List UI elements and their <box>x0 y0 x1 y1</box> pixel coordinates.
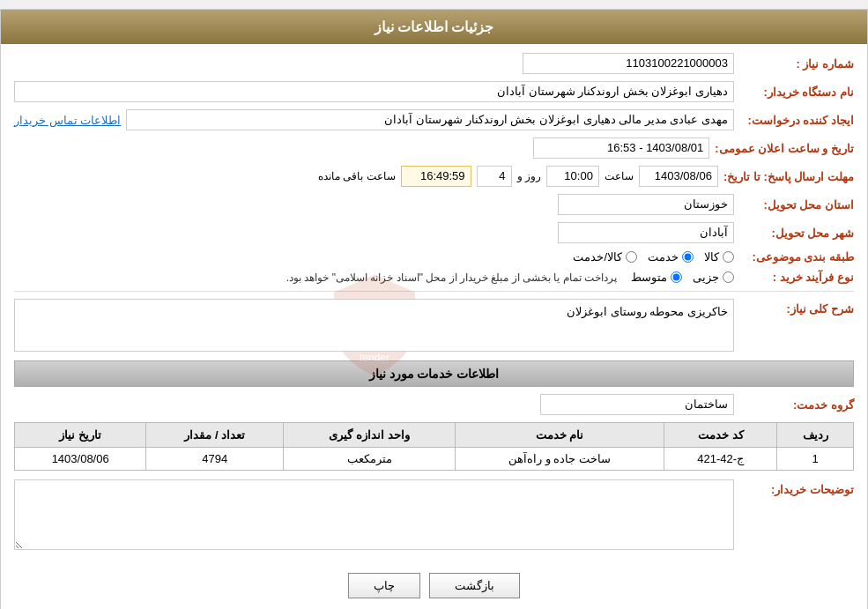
cell-quantity: 4794 <box>146 448 284 471</box>
description-section: ana tender خاکریزی محوطه روستای ابوغزلان <box>14 299 734 352</box>
buyer-org-label: نام دستگاه خریدار: <box>739 85 854 99</box>
province-label: استان محل تحویل: <box>739 198 854 212</box>
city-value: آبادان <box>558 222 734 243</box>
deadline-remaining-label: ساعت باقی مانده <box>318 170 396 182</box>
description-value: خاکریزی محوطه روستای ابوغزلان <box>14 299 734 352</box>
category-row: طبقه بندی موضوعی: کالا خدمت کالا/خدمت <box>14 250 854 264</box>
need-number-label: شماره نیاز : <box>739 57 854 71</box>
purchase-type-radio-jozi[interactable] <box>723 271 734 283</box>
city-row: شهر محل تحویل: آبادان <box>14 222 854 243</box>
purchase-type-label: نوع فرآیند خرید : <box>739 271 854 284</box>
content-area: شماره نیاز : 1103100221000003 نام دستگاه… <box>1 44 867 609</box>
page-wrapper: جزئیات اطلاعات نیاز شماره نیاز : 1103100… <box>0 9 868 609</box>
category-option-kala-khedmat: کالا/خدمت <box>573 250 637 264</box>
back-button[interactable]: بازگشت <box>429 573 520 598</box>
category-radio-kala-khedmat[interactable] <box>626 251 637 263</box>
services-table: ردیف کد خدمت نام خدمت واحد اندازه گیری ت… <box>14 422 854 471</box>
description-row: شرح کلی نیاز: ana tender خاکریزی محوطه ر… <box>14 299 854 352</box>
category-label: طبقه بندی موضوعی: <box>739 250 854 264</box>
deadline-days: 4 <box>477 166 512 187</box>
need-number-row: شماره نیاز : 1103100221000003 <box>14 53 854 74</box>
service-group-value: ساختمان <box>540 394 734 415</box>
city-label: شهر محل تحویل: <box>739 227 854 240</box>
cell-code: ج-42-421 <box>664 448 777 471</box>
announce-date-label: تاریخ و ساعت اعلان عمومی: <box>715 142 854 155</box>
category-option-khedmat: خدمت <box>648 250 694 264</box>
col-row-num: ردیف <box>777 423 854 448</box>
service-group-row: گروه خدمت: ساختمان <box>14 394 854 415</box>
purchase-type-options: جزیی متوسط <box>631 271 734 284</box>
contact-link[interactable]: اطلاعات تماس خریدار <box>14 114 121 127</box>
purchase-type-jozi: جزیی <box>693 271 734 284</box>
purchase-type-motevasset-label: متوسط <box>631 271 667 284</box>
cell-row-num: 1 <box>777 448 854 471</box>
description-label: شرح کلی نیاز: <box>739 299 854 316</box>
buyer-notes-input[interactable] <box>14 479 734 550</box>
province-row: استان محل تحویل: خوزستان <box>14 194 854 215</box>
cell-date: 1403/08/06 <box>15 448 146 471</box>
deadline-remaining: 16:49:59 <box>401 166 471 187</box>
deadline-time: 10:00 <box>546 166 599 187</box>
page-title: جزئیات اطلاعات نیاز <box>375 19 494 34</box>
category-radio-khedmat[interactable] <box>682 251 694 263</box>
table-header-row: ردیف کد خدمت نام خدمت واحد اندازه گیری ت… <box>15 423 854 448</box>
col-quantity: تعداد / مقدار <box>146 423 284 448</box>
deadline-row: مهلت ارسال پاسخ: تا تاریخ: 1403/08/06 سا… <box>14 166 854 187</box>
deadline-label: مهلت ارسال پاسخ: تا تاریخ: <box>723 170 854 183</box>
col-name: نام خدمت <box>455 423 664 448</box>
category-khedmat-label: خدمت <box>648 250 679 264</box>
creator-value: مهدی عبادی مدیر مالی دهیاری ابوغزلان بخش… <box>126 109 734 130</box>
print-button[interactable]: چاپ <box>348 573 420 598</box>
table-row: 1 ج-42-421 ساخت جاده و راه‌آهن مترمکعب 4… <box>15 448 854 471</box>
services-header: اطلاعات خدمات مورد نیاز <box>14 360 854 387</box>
col-code: کد خدمت <box>664 423 777 448</box>
creator-row: ایجاد کننده درخواست: مهدی عبادی مدیر مال… <box>14 109 854 130</box>
category-option-kala: کالا <box>704 250 734 264</box>
purchase-type-row: نوع فرآیند خرید : جزیی متوسط پرداخت تمام… <box>14 271 854 284</box>
category-kala-khedmat-label: کالا/خدمت <box>573 250 622 264</box>
col-date: تاریخ نیاز <box>15 423 146 448</box>
need-number-value: 1103100221000003 <box>523 53 734 74</box>
province-value: خوزستان <box>558 194 734 215</box>
category-kala-label: کالا <box>704 250 719 264</box>
announce-date-value: 1403/08/01 - 16:53 <box>533 137 709 159</box>
purchase-type-jozi-label: جزیی <box>693 271 719 284</box>
purchase-type-radio-motevasset[interactable] <box>671 271 682 283</box>
deadline-time-label: ساعت <box>605 170 634 182</box>
category-radio-kala[interactable] <box>723 251 734 263</box>
deadline-fields: 1403/08/06 ساعت 10:00 روز و 4 16:49:59 س… <box>318 166 718 187</box>
buyer-notes-label: توضیحات خریدار: <box>739 479 854 496</box>
page-header: جزئیات اطلاعات نیاز <box>1 10 867 44</box>
buyer-notes-section <box>14 479 734 553</box>
purchase-type-note: پرداخت تمام یا بخشی از مبلغ خریدار از مح… <box>286 271 617 284</box>
deadline-days-label: روز و <box>517 170 541 182</box>
col-unit: واحد اندازه گیری <box>284 423 456 448</box>
announce-date-row: تاریخ و ساعت اعلان عمومی: 1403/08/01 - 1… <box>14 137 854 159</box>
creator-label: ایجاد کننده درخواست: <box>739 114 854 127</box>
buyer-notes-row: توضیحات خریدار: <box>14 479 854 553</box>
buyer-org-value: دهیاری ابوغزلان بخش اروندکنار شهرستان آب… <box>14 81 734 102</box>
purchase-type-motevasset: متوسط <box>631 271 682 284</box>
service-group-label: گروه خدمت: <box>739 398 854 412</box>
category-options: کالا خدمت کالا/خدمت <box>573 250 734 264</box>
buyer-org-row: نام دستگاه خریدار: دهیاری ابوغزلان بخش ا… <box>14 81 854 102</box>
deadline-date: 1403/08/06 <box>639 166 718 187</box>
cell-unit: مترمکعب <box>284 448 456 471</box>
button-row: بازگشت چاپ <box>14 560 854 609</box>
cell-name: ساخت جاده و راه‌آهن <box>455 448 664 471</box>
